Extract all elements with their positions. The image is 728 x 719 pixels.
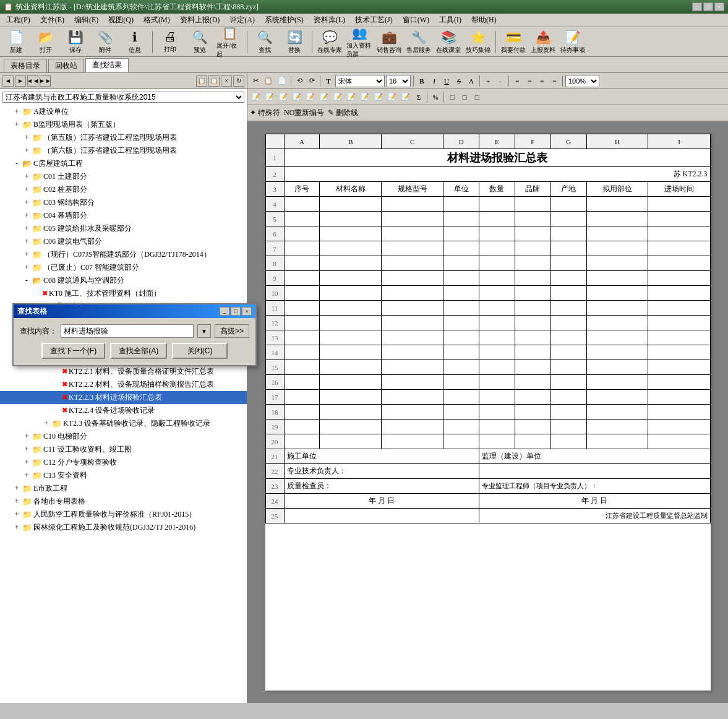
tree-item-C[interactable]: - 📂 C房屋建筑工程 [0,157,247,170]
expert-btn[interactable]: 💬 在线专家 [316,30,343,54]
dialog-close-action-btn[interactable]: 关闭(C) [172,343,228,359]
menu-evaluate[interactable]: 评定(A) [226,14,259,26]
cell-9-H[interactable] [586,271,648,286]
cell-20-D[interactable] [443,434,479,449]
nav-next-btn[interactable]: ► [15,75,26,87]
special-symbol-btn[interactable]: ✦ 特殊符 [250,108,280,118]
align-right-btn[interactable]: ≡ [536,75,547,87]
cell-20-E[interactable] [479,434,515,449]
cell-10-E[interactable] [479,286,515,301]
cell-8-H[interactable] [586,256,648,271]
fmt-btn-12[interactable]: 📝 [400,91,412,103]
cell-6-G[interactable] [550,226,586,241]
dialog-maximize-btn[interactable]: □ [231,307,241,316]
paste-btn[interactable]: 📄 [276,75,288,87]
cell-15-B[interactable] [320,360,382,375]
maximize-btn[interactable]: □ [703,2,713,11]
cell-5-F[interactable] [515,212,550,226]
find-btn[interactable]: 🔍 查找 [251,30,278,54]
cell-19-A[interactable] [284,420,320,434]
underline-btn[interactable]: U [441,75,452,87]
fmt-btn-8[interactable]: 📝 [345,91,358,103]
cell-6-D[interactable] [443,226,479,241]
cell-17-H[interactable] [586,390,648,405]
cell-16-F[interactable] [515,375,550,390]
cell-10-H[interactable] [586,286,648,301]
cell-5-H[interactable] [586,212,648,226]
cell-8-C[interactable] [382,256,443,271]
nav-refresh[interactable]: ↻ [233,75,244,87]
cell-17-B[interactable] [320,390,382,405]
fmt-btn-4[interactable]: 📝 [291,91,303,103]
tips-btn[interactable]: ⭐ 技巧集锦 [465,30,492,54]
tab-recycle[interactable]: 回收站 [48,59,84,72]
dialog-find-all-btn[interactable]: 查找全部(A) [110,343,167,359]
tree-dropdown[interactable]: 江苏省建筑与市政工程施工质量验收系统2015 [2,92,244,103]
size-select[interactable]: 16 [386,75,411,87]
tree-item-B6[interactable]: + 📁 （第六版）江苏省建设工程监理现场用表 [0,144,247,157]
nav-icon1[interactable]: 📋 [196,75,207,87]
fmt-btn-14[interactable]: % [430,91,441,103]
cell-18-F[interactable] [515,405,550,420]
cell-21-construction[interactable]: 施工单位 [284,449,479,464]
zoom-select[interactable]: 100% [565,75,599,87]
cell-6-A[interactable] [284,226,320,241]
cell-20-B[interactable] [320,434,382,449]
cell-19-C[interactable] [382,420,443,434]
menu-window[interactable]: 窗口(W) [399,14,433,26]
cell-19-B[interactable] [320,420,382,434]
cell-9-E[interactable] [479,271,515,286]
tree-item-C11[interactable]: + 📁 C11 设工验收资料、竣工图 [0,443,247,456]
cell-5-E[interactable] [479,212,515,226]
cell-4-E[interactable] [479,197,515,212]
cell-15-D[interactable] [443,360,479,375]
cell-8-A[interactable] [284,256,320,271]
tree-item-civil[interactable]: + 📁 人民防空工程质量验收与评价标准（RFJ01-2015） [0,508,247,521]
cell-10-G[interactable] [550,286,586,301]
cell-16-C[interactable] [382,375,443,390]
nav-prev-btn[interactable]: ◄ [2,75,14,87]
cell-18-G[interactable] [550,405,586,420]
cell-19-G[interactable] [550,420,586,434]
tree-item-B[interactable]: + 📁 B监理现场用表（第五版） [0,118,247,131]
pay-btn[interactable]: 💳 我要付款 [500,30,527,54]
cell-18-I[interactable] [648,405,710,420]
cell-24-date-right[interactable]: 年 月 日 [479,494,710,509]
menu-upload[interactable]: 资料上报(D) [176,14,224,26]
cell-16-I[interactable] [648,375,710,390]
cell-13-C[interactable] [382,330,443,345]
cell-13-D[interactable] [443,330,479,345]
copy-btn[interactable]: 📋 [262,75,275,87]
align-center-btn[interactable]: ≡ [524,75,535,87]
cell-7-F[interactable] [515,241,550,256]
cell-15-G[interactable] [550,360,586,375]
cell-16-B[interactable] [320,375,382,390]
cell-18-C[interactable] [382,405,443,420]
cell-6-B[interactable] [320,226,382,241]
cell-12-D[interactable] [443,316,479,330]
cut-btn[interactable]: ✂ [250,75,261,87]
menu-help[interactable]: 帮助(H) [468,14,500,26]
tree-item-KT224[interactable]: ✖ KT2.2.4 设备进场验收记录 [0,404,247,417]
fmt-btn-16[interactable]: □ [459,91,470,103]
tree-item-C04[interactable]: + 📁 C04 幕墙部分 [0,209,247,222]
cell-18-E[interactable] [479,405,515,420]
cell-9-A[interactable] [284,271,320,286]
replace-btn[interactable]: 🔄 替换 [281,30,308,54]
cell-4-G[interactable] [550,197,586,212]
cell-6-I[interactable] [648,226,710,241]
fmt-btn-13[interactable]: Σ [413,91,424,103]
cell-11-G[interactable] [550,301,586,316]
strikethrough-btn[interactable]: S [453,75,465,87]
dialog-advanced-btn[interactable]: 高级>> [215,324,249,338]
undo-btn[interactable]: ⟲ [294,75,305,87]
cell-17-E[interactable] [479,390,515,405]
doc-title[interactable]: 材料进场报验汇总表 [284,149,710,167]
nav-delete[interactable]: × [221,75,232,87]
cell-12-I[interactable] [648,316,710,330]
cell-4-A[interactable] [284,197,320,212]
tree-item-KT221[interactable]: ✖ KT2.2.1 材料、设备质量合格证明文件汇总表 [0,365,247,378]
cell-11-C[interactable] [382,301,443,316]
cell-7-C[interactable] [382,241,443,256]
group-btn[interactable]: 👥 加入资料员群 [346,30,373,54]
